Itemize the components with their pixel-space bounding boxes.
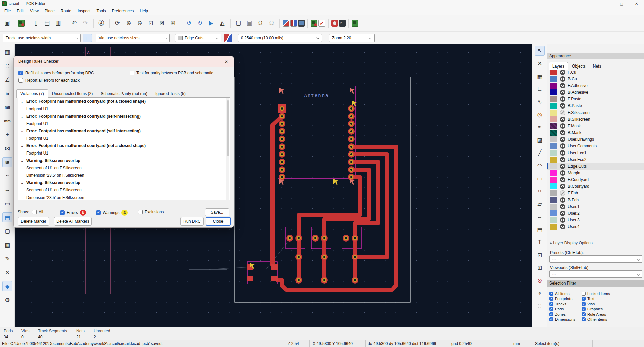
layer-row[interactable]: F.Fab [547, 190, 644, 197]
layer-visibility-eye-icon[interactable] [560, 96, 565, 102]
drc-tab[interactable]: Schematic Parity (not run) [97, 89, 151, 98]
layer-color-swatch[interactable] [550, 103, 557, 109]
flip-board-button[interactable]: ▶ [206, 18, 216, 28]
menu-item[interactable]: Help [137, 8, 151, 14]
layer-row[interactable]: F.Cu [547, 69, 644, 76]
layer-color-swatch[interactable] [550, 83, 557, 89]
parity-checkbox[interactable] [130, 71, 134, 75]
diff-pair-tool[interactable]: ≈ [535, 122, 545, 132]
group-button[interactable]: ▢ [233, 18, 243, 28]
viewports-dropdown[interactable]: --- [549, 270, 642, 278]
layer-visibility-eye-icon[interactable] [560, 150, 565, 156]
selection-filter-item[interactable]: Zones [549, 312, 582, 317]
layer-visibility-eye-icon[interactable] [560, 224, 565, 229]
layer-visibility-eye-icon[interactable] [560, 184, 565, 189]
toolbar-button[interactable] [348, 19, 349, 28]
draw-polygon-tool[interactable]: ▱ [535, 199, 545, 209]
selection-filter-item[interactable]: Tracks [549, 301, 582, 307]
polar-coords-button[interactable]: ∠ [2, 75, 12, 85]
properties-button[interactable]: ⚙ [2, 295, 12, 305]
selection-filter-item[interactable]: Text [582, 296, 642, 302]
menu-item[interactable]: File [1, 8, 14, 14]
layer-color-swatch[interactable] [550, 210, 557, 216]
ungroup-button[interactable]: ▣ [244, 18, 254, 28]
layer-pair-swatch[interactable] [224, 34, 232, 42]
toolbar-button[interactable] [28, 19, 28, 28]
chevron-down-icon[interactable]: ⌄ [21, 100, 24, 103]
violation-row[interactable]: Footprint U1 [18, 120, 230, 127]
selection-filter-checkbox[interactable] [582, 302, 586, 306]
library-browser-button[interactable] [290, 20, 297, 27]
menu-item[interactable]: View [27, 8, 42, 14]
units-mm-button[interactable]: mm [2, 116, 12, 126]
layer-visibility-eye-icon[interactable] [560, 70, 565, 75]
layer-visibility-eye-icon[interactable] [560, 137, 565, 142]
report-errors-checkbox[interactable] [18, 78, 23, 83]
layer-color-swatch[interactable] [550, 190, 557, 196]
layer-visibility-eye-icon[interactable] [560, 117, 565, 122]
delete-all-markers-button[interactable]: Delete All Markers [54, 217, 92, 226]
violation-row[interactable]: ⌄ Warning: Silkscreen overlap [18, 157, 230, 164]
layer-color-swatch[interactable] [550, 76, 557, 82]
grid-dots-button[interactable]: ∷ [2, 61, 12, 71]
layer-visibility-eye-icon[interactable] [560, 164, 565, 169]
violation-row[interactable]: Footprint U1 [18, 135, 230, 142]
dimension-tool[interactable]: ↔ [535, 212, 545, 222]
refill-zones-option[interactable]: Refill all zones before performing DRC [18, 71, 94, 75]
show-warnings-checkbox[interactable] [96, 210, 101, 215]
layer-row[interactable]: F.Silkscreen [547, 109, 644, 116]
selection-filter-checkbox[interactable] [549, 297, 553, 301]
layer-row[interactable]: B.Paste [547, 102, 644, 109]
layer-row[interactable]: B.Mask [547, 129, 644, 136]
local-ratsnest-tool[interactable]: ✕ [535, 58, 545, 69]
show-warnings-option[interactable]: Warnings 3 [96, 210, 128, 216]
layer-visibility-eye-icon[interactable] [560, 157, 565, 162]
layer-color-swatch[interactable] [550, 163, 557, 169]
layer-row[interactable]: User.3 [547, 217, 644, 223]
close-drc-button[interactable]: Close [206, 217, 231, 226]
layer-color-swatch[interactable] [550, 130, 557, 136]
layer-color-swatch[interactable] [550, 143, 557, 149]
selection-filter-item[interactable]: Other items [582, 317, 642, 322]
origin-tool[interactable]: ⌖ [535, 288, 545, 298]
draw-arc-tool[interactable]: ◠ [535, 161, 545, 171]
layer-visibility-eye-icon[interactable] [560, 211, 565, 216]
layer-row[interactable]: B.Adhesive [547, 89, 644, 96]
chevron-down-icon[interactable]: ⌄ [21, 159, 24, 163]
rotate-cw-button[interactable]: ↻ [195, 18, 205, 28]
print-button[interactable]: ▤ [42, 18, 52, 28]
selection-filter-checkbox[interactable] [549, 312, 553, 316]
select-tool[interactable]: ↖ [535, 46, 545, 56]
toolbar-button[interactable] [181, 19, 181, 28]
layer-row[interactable]: User.1 [547, 203, 644, 210]
layer-color-swatch[interactable] [550, 116, 557, 122]
chevron-down-icon[interactable]: ⌄ [21, 115, 24, 118]
violation-row[interactable]: Footprint U1 [18, 105, 230, 113]
redo-button[interactable]: ↷ [80, 18, 90, 28]
layer-row[interactable]: F.Adhesive [547, 82, 644, 89]
layer-row[interactable]: Edge.Cuts [547, 163, 644, 170]
layer-color-swatch[interactable] [550, 89, 557, 95]
layer-color-swatch[interactable] [550, 217, 557, 223]
scrollbar-thumb[interactable] [227, 100, 229, 156]
route-tracks-tool[interactable]: ∟ [535, 84, 545, 94]
layer-visibility-eye-icon[interactable] [560, 197, 565, 203]
selection-filter-checkbox[interactable] [582, 307, 586, 311]
toolbar-button[interactable] [109, 19, 110, 28]
update-pcb-button[interactable] [283, 20, 289, 27]
layer-visibility-eye-icon[interactable] [560, 130, 565, 135]
minimize-button[interactable]: — [599, 0, 614, 7]
show-all-option[interactable]: All [32, 210, 43, 214]
layer-visibility-eye-icon[interactable] [560, 90, 565, 95]
layer-visibility-eye-icon[interactable] [560, 123, 565, 129]
chevron-down-icon[interactable]: ⌄ [21, 181, 24, 185]
selection-filter-item[interactable]: Dimensions [549, 317, 582, 322]
toolbar-button[interactable] [230, 19, 231, 28]
layer-color-swatch[interactable] [550, 150, 557, 156]
save-button[interactable]: ▣ [2, 18, 12, 28]
layer-color-swatch[interactable] [550, 177, 557, 183]
close-button[interactable]: ✕ [629, 0, 644, 7]
menu-item[interactable]: Edit [14, 8, 27, 14]
layer-color-swatch[interactable] [550, 197, 557, 203]
track-posture-button[interactable]: ∟ [83, 34, 92, 42]
